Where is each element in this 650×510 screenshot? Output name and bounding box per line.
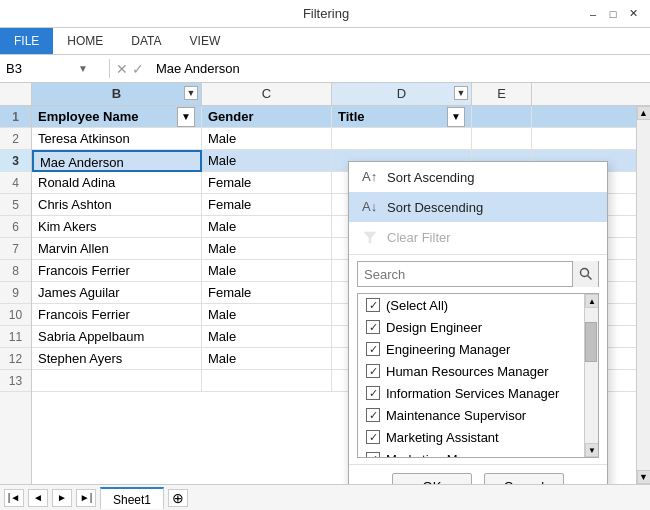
col-header-c[interactable]: C [202, 83, 332, 105]
cell-c4[interactable]: Female [202, 172, 332, 194]
cell-b12[interactable]: Stephen Ayers [32, 348, 202, 370]
cell-d2[interactable] [332, 128, 472, 150]
col-d-filter-dropdown[interactable]: ▼ [454, 86, 468, 100]
d-filter-btn[interactable]: ▼ [447, 107, 465, 127]
sheet-tab-sheet1[interactable]: Sheet1 [100, 487, 164, 509]
filter-checkbox-design-engineer[interactable] [366, 320, 380, 334]
col-header-d[interactable]: D ▼ [332, 83, 472, 105]
filter-checkbox-is-manager[interactable] [366, 386, 380, 400]
cell-c12[interactable]: Male [202, 348, 332, 370]
sort-ascending-item[interactable]: A↑ Sort Ascending [349, 162, 607, 192]
filter-search-input[interactable] [358, 265, 572, 284]
cell-b9[interactable]: James Aguilar [32, 282, 202, 304]
col-b-filter-dropdown[interactable]: ▼ [184, 86, 198, 100]
cell-ref-input[interactable] [6, 61, 76, 76]
cell-d1[interactable]: Title ▼ [332, 106, 472, 128]
filter-scroll-up[interactable]: ▲ [585, 294, 599, 308]
filter-item-marketing-manager[interactable]: Marketing Manager [358, 448, 598, 458]
filter-checkbox-maintenance-supervisor[interactable] [366, 408, 380, 422]
col-header-e[interactable]: E [472, 83, 532, 105]
cell-e2[interactable] [472, 128, 532, 150]
cell-c1[interactable]: Gender [202, 106, 332, 128]
formula-value: Mae Anderson [150, 59, 650, 78]
cell-c6[interactable]: Male [202, 216, 332, 238]
row-num-7: 7 [0, 238, 31, 260]
filter-search-button[interactable] [572, 261, 598, 287]
cell-b2[interactable]: Teresa Atkinson [32, 128, 202, 150]
filter-label-select-all: (Select All) [386, 298, 448, 313]
filter-scroll-thumb[interactable] [585, 322, 597, 362]
ribbon-tabs: FILE HOME DATA VIEW [0, 28, 650, 54]
formula-confirm-icon[interactable]: ✓ [132, 61, 144, 77]
cell-c3[interactable]: Male [202, 150, 332, 172]
sort-descending-label: Sort Descending [387, 200, 483, 215]
filter-checkbox-marketing-assistant[interactable] [366, 430, 380, 444]
cell-c8[interactable]: Male [202, 260, 332, 282]
row-num-1: 1 [0, 106, 31, 128]
cell-b5[interactable]: Chris Ashton [32, 194, 202, 216]
filter-dropdown-menu: A↑ Sort Ascending A↓ Sort Descending [348, 161, 608, 484]
window-title: Filtering [68, 6, 584, 21]
col-c-label: C [262, 83, 271, 105]
col-header-b[interactable]: B ▼ [32, 83, 202, 105]
filter-checkbox-engineering-manager[interactable] [366, 342, 380, 356]
cell-c2[interactable]: Male [202, 128, 332, 150]
filter-item-marketing-assistant[interactable]: Marketing Assistant [358, 426, 598, 448]
filter-label-marketing-assistant: Marketing Assistant [386, 430, 499, 445]
sheet-nav-first[interactable]: |◄ [4, 489, 24, 507]
scroll-up-arrow[interactable]: ▲ [637, 106, 651, 120]
cell-b11[interactable]: Sabria Appelbaum [32, 326, 202, 348]
cell-b8[interactable]: Francois Ferrier [32, 260, 202, 282]
cell-c5[interactable]: Female [202, 194, 332, 216]
filter-item-maintenance-supervisor[interactable]: Maintenance Supervisor [358, 404, 598, 426]
ok-button[interactable]: OK [392, 473, 472, 484]
scroll-down-arrow[interactable]: ▼ [637, 470, 651, 484]
filter-item-hr-manager[interactable]: Human Resources Manager [358, 360, 598, 382]
cancel-button[interactable]: Cancel [484, 473, 564, 484]
svg-marker-2 [364, 232, 376, 243]
row-num-3: 3 [0, 150, 31, 172]
b-filter-btn[interactable]: ▼ [177, 107, 195, 127]
cell-c13[interactable] [202, 370, 332, 392]
filter-checkbox-marketing-manager[interactable] [366, 452, 380, 458]
table-row: Teresa Atkinson Male [32, 128, 636, 150]
cell-ref-dropdown-arrow[interactable]: ▼ [78, 63, 88, 74]
filter-item-engineering-manager[interactable]: Engineering Manager [358, 338, 598, 360]
clear-filter-item[interactable]: Clear Filter [349, 222, 607, 252]
filter-item-select-all[interactable]: (Select All) [358, 294, 598, 316]
restore-button[interactable]: □ [604, 5, 622, 23]
cell-c10[interactable]: Male [202, 304, 332, 326]
cell-e1[interactable] [472, 106, 532, 128]
sheet-nav-prev[interactable]: ◄ [28, 489, 48, 507]
tab-home[interactable]: HOME [53, 28, 117, 54]
cell-b6[interactable]: Kim Akers [32, 216, 202, 238]
cell-c11[interactable]: Male [202, 326, 332, 348]
minimize-button[interactable]: – [584, 5, 602, 23]
formula-cancel-icon[interactable]: ✕ [116, 61, 128, 77]
tab-view[interactable]: VIEW [176, 28, 235, 54]
sheet-nav-last[interactable]: ►| [76, 489, 96, 507]
filter-item-is-manager[interactable]: Information Services Manager [358, 382, 598, 404]
cell-c7[interactable]: Male [202, 238, 332, 260]
sheet-nav-next[interactable]: ► [52, 489, 72, 507]
cell-b7[interactable]: Marvin Allen [32, 238, 202, 260]
cell-b3[interactable]: Mae Anderson [32, 150, 202, 172]
filter-item-design-engineer[interactable]: Design Engineer [358, 316, 598, 338]
close-button[interactable]: ✕ [624, 5, 642, 23]
tab-data[interactable]: DATA [117, 28, 175, 54]
cell-b13[interactable] [32, 370, 202, 392]
add-sheet-button[interactable]: ⊕ [168, 489, 188, 507]
filter-list-scrollbar[interactable]: ▲ ▼ [584, 294, 598, 457]
vertical-scrollbar[interactable]: ▲ ▼ [636, 106, 650, 484]
filter-scroll-down[interactable]: ▼ [585, 443, 599, 457]
filter-checkbox-hr-manager[interactable] [366, 364, 380, 378]
filter-checkbox-select-all[interactable] [366, 298, 380, 312]
filter-label-marketing-manager: Marketing Manager [386, 452, 498, 459]
window-controls: – □ ✕ [584, 5, 642, 23]
cell-b10[interactable]: Francois Ferrier [32, 304, 202, 326]
sort-descending-item[interactable]: A↓ Sort Descending [349, 192, 607, 222]
cell-b4[interactable]: Ronald Adina [32, 172, 202, 194]
cell-c9[interactable]: Female [202, 282, 332, 304]
cell-b1[interactable]: Employee Name ▼ [32, 106, 202, 128]
tab-file[interactable]: FILE [0, 28, 53, 54]
